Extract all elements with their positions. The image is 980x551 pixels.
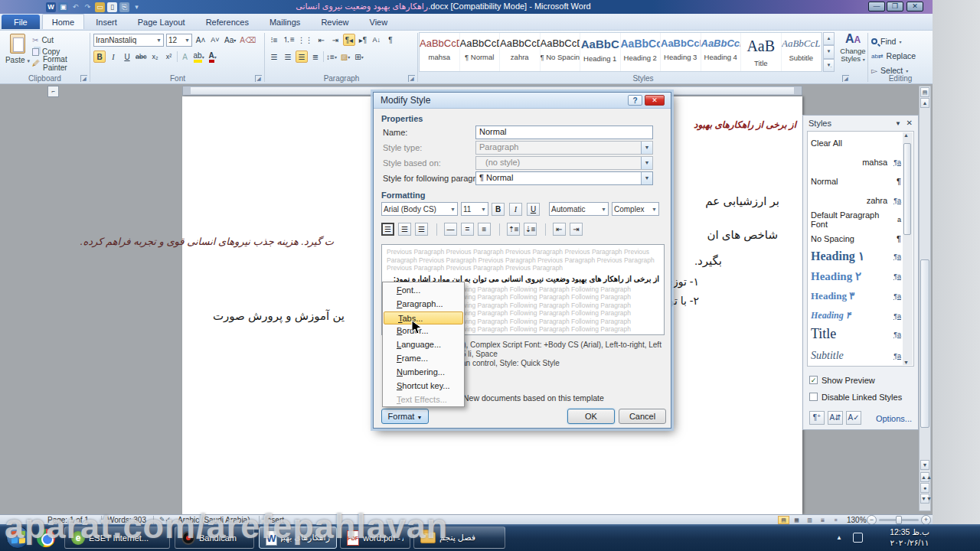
menu-item-shortcut-key[interactable]: Shortcut key... <box>383 380 464 393</box>
zoom-slider-thumb[interactable] <box>896 516 902 524</box>
single-spacing-button[interactable]: — <box>444 223 457 236</box>
gallery-up-icon[interactable]: ▲ <box>823 32 835 45</box>
tab-references[interactable]: References <box>197 15 258 29</box>
dialog-underline-button[interactable]: U <box>527 203 540 216</box>
change-styles-button[interactable]: AA Change Styles ▾ <box>838 32 867 72</box>
indent-decrease-button[interactable]: ⇤ <box>553 223 566 236</box>
italic-button[interactable]: I <box>107 51 119 63</box>
text-effects-button[interactable]: A <box>179 51 191 63</box>
sort-icon[interactable]: A↓ <box>371 34 383 46</box>
highlight-button[interactable]: ab▾ <box>193 51 205 63</box>
align-left-button[interactable]: ☰ <box>381 223 394 236</box>
following-paragraph-combo[interactable]: ¶ Normal▼ <box>475 171 653 185</box>
style-card-heading3[interactable]: AaBbCcDHeading 3 <box>661 33 701 71</box>
new-style-button[interactable]: ¶⁺ <box>809 411 825 425</box>
style-item-heading3[interactable]: Heading ۳¶a <box>811 286 901 305</box>
styles-scroll-thumb[interactable] <box>903 143 911 235</box>
clipboard-dialog-launcher[interactable]: ◢ <box>80 75 87 82</box>
dialog-font-combo[interactable]: Arial (Body CS)▼ <box>381 202 458 216</box>
style-inspector-button[interactable]: A⇵ <box>828 411 843 425</box>
style-card-subtitle[interactable]: AaBbCcLSubtitle <box>782 33 822 71</box>
align-right-icon[interactable]: ☰ <box>296 51 308 63</box>
dialog-bold-button[interactable]: B <box>492 203 505 216</box>
tab-review[interactable]: Review <box>312 15 358 29</box>
decrease-indent-icon[interactable]: ⇤ <box>315 34 328 46</box>
paste-button[interactable]: Paste ▾ <box>5 33 31 73</box>
style-item-heading1[interactable]: Heading ۱¶a <box>811 246 901 266</box>
styles-list-scrollbar[interactable]: ▲ ▼ <box>903 132 913 365</box>
styles-dialog-launcher[interactable]: ◢ <box>842 75 849 82</box>
menu-item-paragraph[interactable]: Paragraph... <box>383 298 464 311</box>
ok-button[interactable]: OK <box>567 409 615 424</box>
styles-pane-menu-icon[interactable]: ▼ <box>895 120 901 127</box>
rtl-direction-icon[interactable]: ¶◂ <box>343 34 355 46</box>
style-card-mahsa[interactable]: AaBbCcDmahsa <box>420 33 460 71</box>
grow-font-icon[interactable]: A˄ <box>194 34 207 46</box>
gallery-more-icon[interactable]: ▼̱ <box>823 59 835 72</box>
dialog-italic-button[interactable]: I <box>509 203 522 216</box>
tab-view[interactable]: View <box>361 15 397 29</box>
style-item-normal[interactable]: Normal¶ <box>811 171 901 191</box>
paragraph-dialog-launcher[interactable]: ◢ <box>408 75 415 82</box>
font-dialog-launcher[interactable]: ◢ <box>255 75 262 82</box>
style-item-default-font[interactable]: Default Paragraph Fonta <box>811 210 901 229</box>
space-before-button[interactable]: ⇡≡ <box>507 223 520 236</box>
scroll-down-icon[interactable]: ▼ <box>920 460 929 470</box>
tab-selector[interactable]: ⌐ <box>47 86 59 97</box>
align-left-icon[interactable]: ☰ <box>268 51 280 63</box>
clear-formatting-icon[interactable]: A⌫ <box>239 34 256 46</box>
tab-mailings[interactable]: Mailings <box>260 15 309 29</box>
style-item-heading4[interactable]: Heading ۴¶a <box>811 306 901 325</box>
show-marks-icon[interactable]: ¶ <box>384 34 397 46</box>
browse-object-icon[interactable]: ● <box>920 483 929 493</box>
styles-pane-close-icon[interactable]: ✕ <box>906 119 913 127</box>
justify-icon[interactable]: ≣ <box>309 51 322 63</box>
next-page-icon[interactable]: ▼▼ <box>920 494 929 504</box>
dialog-close-icon[interactable]: ✕ <box>645 95 665 106</box>
manage-styles-button[interactable]: A✓ <box>846 411 861 425</box>
name-input[interactable]: Normal <box>475 126 653 139</box>
replace-button[interactable]: ab⇄Replace <box>871 50 916 62</box>
template-option-label[interactable]: New documents based on this template <box>463 393 604 403</box>
dialog-color-combo[interactable]: Automatic▼ <box>549 202 609 216</box>
shading-icon[interactable]: ▨▾ <box>339 51 351 63</box>
increase-indent-icon[interactable]: ⇥ <box>329 34 341 46</box>
double-spacing-button[interactable]: ≡ <box>478 223 491 236</box>
align-center-icon[interactable]: ☰ <box>282 51 294 63</box>
styles-scroll-down-icon[interactable]: ▼ <box>903 360 909 365</box>
superscript-button[interactable]: x² <box>163 51 175 63</box>
styles-scroll-up-icon[interactable]: ▲ <box>903 132 909 138</box>
zoom-level[interactable]: 130% <box>847 516 867 524</box>
ltr-direction-icon[interactable]: ▸¶ <box>357 34 369 46</box>
font-name-combo[interactable]: IranNastaliq▼ <box>93 34 164 47</box>
dialog-script-combo[interactable]: Complex▼ <box>612 202 659 216</box>
style-card-heading2[interactable]: AaBbCcHeading 2 <box>621 33 662 71</box>
subscript-button[interactable]: x₂ <box>149 51 162 63</box>
strikethrough-button[interactable]: abc <box>135 51 148 63</box>
style-item-no-spacing[interactable]: No Spacing¶ <box>811 229 901 248</box>
title-bar[interactable]: W ▣ ↶ ↷ ▭ ▯ ⎘ ▾ راهکارهای بهبود وضعیت نی… <box>0 0 933 14</box>
tab-page-layout[interactable]: Page Layout <box>129 15 194 29</box>
ruler-toggle-icon[interactable]: ▤ <box>920 87 929 97</box>
gallery-down-icon[interactable]: ▼ <box>823 45 835 58</box>
style-item-mahsa[interactable]: mahsa¶a <box>811 152 901 171</box>
style-item-clear-all[interactable]: Clear All <box>811 133 901 152</box>
change-case-icon[interactable]: Aa▾ <box>224 34 237 46</box>
style-item-subtitle[interactable]: Subtitle¶a <box>811 346 901 365</box>
style-item-heading2[interactable]: Heading ۲¶a <box>811 266 901 285</box>
find-button[interactable]: Find▾ <box>871 35 916 47</box>
menu-item-language[interactable]: Language... <box>383 338 464 352</box>
line-spacing-icon[interactable]: ↕≡▾ <box>325 51 338 63</box>
menu-item-frame[interactable]: Frame... <box>383 352 464 366</box>
style-card-heading4[interactable]: AaBbCcDtHeading 4 <box>701 33 742 71</box>
space-after-button[interactable]: ⇣≡ <box>524 223 537 236</box>
vertical-scrollbar[interactable]: ▤ ▲ ▼ ▲▲ ● ▼▼ <box>919 86 931 511</box>
cut-button[interactable]: ✂Cut <box>32 34 90 46</box>
battery-icon[interactable] <box>853 533 863 543</box>
taskbar-clock[interactable]: 12:35 ب.ظ ۲۰۲۰/۲۶/۱۱ <box>877 527 942 548</box>
tab-insert[interactable]: Insert <box>87 15 126 29</box>
tab-file[interactable]: File <box>2 15 40 29</box>
format-painter-button[interactable]: 🖉Format Painter <box>32 57 90 69</box>
styles-options-link[interactable]: Options... <box>876 414 912 423</box>
shrink-font-icon[interactable]: A˅ <box>209 34 221 46</box>
